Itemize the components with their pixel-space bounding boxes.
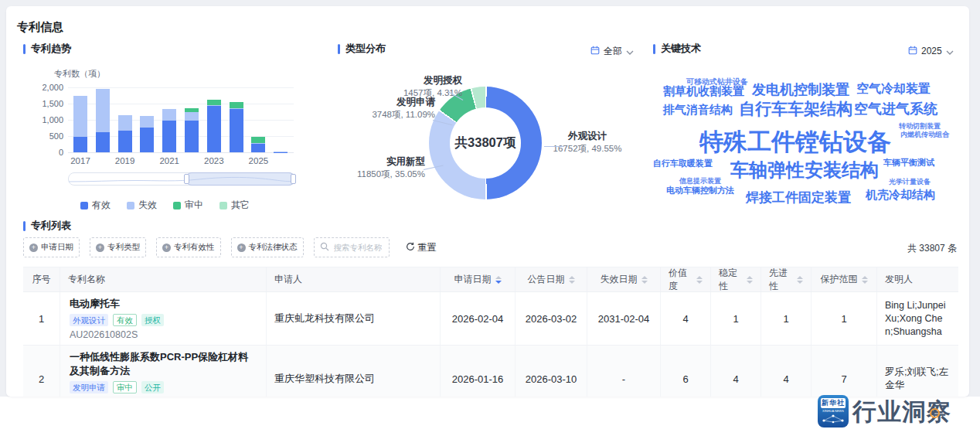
pie-slice-value: 3748项, 11.09%	[331, 109, 435, 120]
y-axis-tick: 1,000	[29, 115, 63, 124]
filter-chip-专利法律状态[interactable]: +专利法律状态	[231, 237, 304, 257]
calendar-icon	[590, 44, 600, 58]
pie-slice-value: 11850项, 35.05%	[325, 169, 425, 179]
cell-scope: 1	[812, 292, 877, 345]
filter-chip-申请日期[interactable]: +申请日期	[23, 237, 80, 257]
trend-section-title: 专利趋势	[31, 42, 71, 56]
sort-asc-caret	[797, 276, 803, 279]
list-section-title: 专利列表	[31, 219, 71, 233]
wordcloud-word[interactable]: 自行车取暖装置	[653, 158, 713, 169]
datazoom-handle-left[interactable]	[184, 174, 189, 184]
legend-swatch	[80, 202, 88, 209]
search-input[interactable]	[332, 242, 383, 253]
bar-segment	[230, 102, 243, 108]
column-header-label: 申请日期	[454, 273, 492, 286]
column-header-序号: 序号	[23, 267, 60, 291]
cell-scope: 7	[812, 346, 877, 397]
column-header-label: 公告日期	[528, 273, 565, 286]
wordcloud-word[interactable]: 割草机收割装置	[663, 84, 744, 99]
patent-table: 序号专利名称申请人申请日期公告日期失效日期价值度稳定性先进性保护范围发明人 1电…	[23, 267, 958, 397]
bar-segment	[162, 121, 176, 152]
patent-tag-发明申请: 发明申请	[70, 381, 108, 393]
patent-name-searchbox[interactable]	[314, 237, 390, 257]
datazoom-selection[interactable]	[185, 172, 295, 186]
sort-asc-caret	[862, 276, 868, 279]
patent-name[interactable]: 一种低线性膨胀系数PCR-PP保险杠材料及其制备方法	[70, 350, 257, 378]
type-dist-filter-value: 全部	[604, 45, 622, 58]
wordcloud-word[interactable]: 机壳冷却结构	[866, 188, 935, 203]
sort-asc-caret	[641, 276, 648, 279]
filter-chip-label: 专利法律状态	[249, 242, 298, 253]
datazoom-handle-right[interactable]	[291, 174, 296, 184]
sort-desc-caret	[862, 281, 868, 284]
wordcloud-word[interactable]: 车轴弹性安装结构	[730, 158, 879, 182]
column-header-先进性[interactable]: 先进性	[761, 267, 812, 291]
wordcloud-word[interactable]: 发电机控制装置	[752, 80, 849, 99]
filter-chip-label: 专利类型	[107, 242, 140, 253]
cell-value: 4	[661, 292, 711, 345]
type-dist-section-title: 类型分布	[345, 42, 386, 56]
legend-item-有效[interactable]: 有效	[80, 199, 111, 212]
y-axis-tick: 2,000	[29, 83, 63, 92]
wordcloud-word[interactable]: 光学计量设备	[889, 177, 931, 187]
cell-index: 2	[23, 346, 60, 397]
search-icon	[320, 240, 329, 254]
patent-name[interactable]: 电动摩托车	[70, 297, 120, 311]
wordcloud-word[interactable]: 空气冷却装置	[856, 81, 931, 97]
table-row[interactable]: 2一种低线性膨胀系数PCR-PP保险杠材料及其制备方法发明申请审中公开CN121…	[23, 346, 958, 397]
wordcloud-word[interactable]: 空气进气系统	[854, 100, 937, 118]
cell-inventors: 罗乐;刘联飞;左金华	[877, 346, 958, 397]
patent-tag-授权: 授权	[141, 314, 164, 326]
legend-item-其它[interactable]: 其它	[219, 199, 250, 212]
section-marker	[23, 44, 26, 54]
xinhua-logo-en-text: XINHUA NEWS	[821, 409, 846, 413]
cell-applicant: 重庆虬龙科技有限公司	[267, 292, 441, 345]
column-header-价值度[interactable]: 价值度	[661, 267, 711, 291]
wordcloud-word[interactable]: 自行车车架结构	[739, 98, 852, 120]
column-header-稳定性[interactable]: 稳定性	[711, 267, 761, 291]
sort-asc-caret	[495, 276, 502, 279]
wordcloud-word[interactable]: 电动车辆控制方法	[666, 185, 734, 196]
legend-swatch	[127, 202, 134, 209]
reset-button[interactable]: 重置	[406, 241, 437, 254]
bar-segment	[73, 137, 87, 152]
keytech-section-header: 关键技术	[653, 42, 701, 56]
patent-tag-外观设计: 外观设计	[70, 314, 108, 326]
cell-stability: 1	[711, 292, 761, 345]
pie-label-utility: 实用新型 11850项, 35.05%	[325, 156, 425, 179]
type-dist-filter-dropdown[interactable]: 全部	[590, 43, 634, 59]
sort-asc-caret	[747, 276, 753, 279]
column-header-label: 先进性	[769, 267, 793, 293]
wordcloud-word[interactable]: 特殊工件镗钻设备	[699, 126, 891, 158]
patent-tags: 发明申请审中公开	[70, 381, 164, 393]
bar-segment	[96, 132, 110, 152]
legend-label: 有效	[92, 199, 111, 212]
wordcloud-word[interactable]: 排气消音结构	[663, 103, 733, 118]
keytech-year-dropdown[interactable]: 2025	[908, 43, 954, 59]
bar-segment	[118, 131, 132, 152]
cell-publish_date: 2026-03-02	[516, 292, 587, 345]
legend-item-失效[interactable]: 失效	[127, 199, 157, 212]
column-header-保护范围[interactable]: 保护范围	[812, 267, 877, 291]
patent-tag-审中: 审中	[113, 381, 137, 393]
sort-carets	[862, 276, 868, 284]
filter-chip-专利类型[interactable]: +专利类型	[90, 237, 146, 257]
filter-chip-专利有效性[interactable]: +专利有效性	[156, 237, 221, 257]
table-row[interactable]: 1电动摩托车外观设计有效授权AU202610802S重庆虬龙科技有限公司2026…	[23, 292, 958, 346]
bar-segment	[185, 121, 199, 152]
wordcloud-word[interactable]: 车辆平衡测试	[883, 157, 934, 169]
patent-tags: 外观设计有效授权	[70, 314, 164, 326]
column-header-申请日期[interactable]: 申请日期	[441, 267, 516, 291]
column-header-label: 失效日期	[601, 273, 638, 286]
bar-segment	[140, 128, 154, 152]
pie-slice-name: 发明申请	[331, 97, 435, 108]
wordcloud-word[interactable]: 焊接工件固定装置	[746, 189, 851, 206]
cell-expire_date: 2031-02-04	[587, 292, 661, 345]
wordcloud-word[interactable]: 内燃机传动组合	[900, 130, 949, 140]
datazoom-track[interactable]	[68, 172, 295, 186]
column-header-失效日期[interactable]: 失效日期	[587, 267, 661, 291]
legend-item-审中[interactable]: 审中	[173, 199, 203, 212]
sort-carets	[641, 276, 648, 284]
xinhua-watermark-logo: 新华社 XINHUA NEWS 行业洞察	[818, 395, 951, 429]
column-header-公告日期[interactable]: 公告日期	[516, 267, 587, 291]
